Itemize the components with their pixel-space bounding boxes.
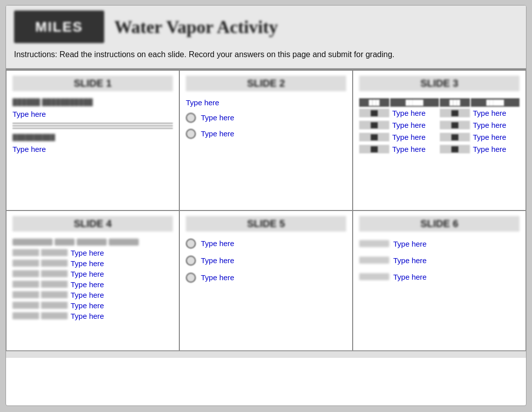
table-cell-l7: ██ xyxy=(359,145,389,153)
slide4-type-here-2[interactable]: Type here xyxy=(71,259,173,268)
slide4-row-labels-4 xyxy=(13,281,68,288)
slide1-divider xyxy=(13,123,173,124)
slide4-row-6[interactable]: Type here xyxy=(13,301,173,310)
slide4-row-2[interactable]: Type here xyxy=(13,259,173,268)
slide5-type-here-1[interactable]: Type here xyxy=(201,239,234,248)
slide4-row-7[interactable]: Type here xyxy=(13,312,173,320)
page-container: MILES Water Vapor Activity Instructions:… xyxy=(6,5,526,406)
cell-slide-2: SLIDE 2 Type here Type here Type here xyxy=(179,70,353,211)
header-section: MILES Water Vapor Activity Instructions:… xyxy=(6,6,526,69)
slide5-type-here-2[interactable]: Type here xyxy=(201,256,234,265)
slide1-divider2 xyxy=(13,125,173,126)
slide-1-header: SLIDE 1 xyxy=(13,76,173,91)
table-col-h1: ███ xyxy=(359,98,389,107)
slide3-input-4[interactable]: Type here xyxy=(471,120,519,131)
slide6-type-here-2[interactable]: Type here xyxy=(393,256,427,265)
slide3-row-4: ██ Type here ██ Type here xyxy=(359,144,519,155)
table-cell-l2: ██ xyxy=(440,109,470,117)
slide2-circle-1 xyxy=(186,113,196,123)
slide4-type-here-3[interactable]: Type here xyxy=(71,270,173,278)
slide4-table-blurred xyxy=(13,239,173,246)
page-title: Water Vapor Activity xyxy=(114,17,278,38)
slide1-section-label: ██████████ xyxy=(13,134,173,141)
footer-bar xyxy=(6,351,526,358)
slide1-answer-bottom[interactable]: Type here xyxy=(13,145,173,154)
slide3-row-3: ██ Type here ██ Type here xyxy=(359,132,519,143)
header-logo: MILES xyxy=(14,11,104,43)
logo-text: MILES xyxy=(35,19,83,35)
slide5-option-2[interactable]: Type here xyxy=(186,256,346,266)
slide4-row-5[interactable]: Type here xyxy=(13,291,173,299)
slide-6-header: SLIDE 6 xyxy=(359,216,519,232)
slide4-type-here-4[interactable]: Type here xyxy=(71,280,173,289)
slide5-option-3[interactable]: Type here xyxy=(186,273,346,283)
slide1-type-here-2[interactable]: Type here xyxy=(13,145,46,153)
cell-slide-5: SLIDE 5 Type here Type here Type here xyxy=(179,211,353,351)
slide4-row-labels-7 xyxy=(13,312,68,319)
slide6-blurred-1 xyxy=(359,240,389,247)
table-cell-l3: ██ xyxy=(359,121,389,129)
slide4-row-labels-3 xyxy=(13,270,68,277)
slide6-blurred-3 xyxy=(359,273,389,280)
slide2-option-2[interactable]: Type here xyxy=(186,129,346,139)
cell-slide-3: SLIDE 3 ███ █████ ███ █████ ██ Type here… xyxy=(353,70,526,211)
slide3-input-1[interactable]: Type here xyxy=(390,108,439,119)
activity-grid: SLIDE 1 ██████ ███████████ Type here ███… xyxy=(6,69,526,351)
slide3-row-2: ██ Type here ██ Type here xyxy=(359,120,519,131)
slide-5-header: SLIDE 5 xyxy=(186,216,346,232)
slide1-answer-top[interactable]: Type here xyxy=(13,110,173,119)
slide3-input-6[interactable]: Type here xyxy=(471,132,519,143)
table-cell-l5: ██ xyxy=(359,133,389,141)
slide6-item-3[interactable]: Type here xyxy=(359,273,519,281)
slide3-row-1: ██ Type here ██ Type here xyxy=(359,108,519,119)
slide4-type-here-5[interactable]: Type here xyxy=(71,291,173,299)
slide-4-header: SLIDE 4 xyxy=(13,216,173,232)
slide-2-header: SLIDE 2 xyxy=(186,76,346,91)
slide6-blurred-2 xyxy=(359,257,389,264)
slide2-type-here-2[interactable]: Type here xyxy=(201,129,234,138)
slide1-label1: ██████ ███████████ xyxy=(13,98,173,106)
table-col-h4: █████ xyxy=(471,98,519,107)
cell-slide-6: SLIDE 6 Type here Type here Type here xyxy=(353,211,526,351)
slide5-circle-2 xyxy=(186,256,196,266)
slide4-type-here-7[interactable]: Type here xyxy=(71,312,173,320)
slide4-row-3[interactable]: Type here xyxy=(13,270,173,278)
slide3-input-3[interactable]: Type here xyxy=(390,120,439,131)
slide4-row-labels-2 xyxy=(13,260,68,267)
slide3-input-8[interactable]: Type here xyxy=(471,144,519,155)
slide2-option-1[interactable]: Type here xyxy=(186,113,346,123)
slide5-circle-1 xyxy=(186,239,196,249)
table-cell-l8: ██ xyxy=(440,145,470,153)
slide5-type-here-3[interactable]: Type here xyxy=(201,273,234,282)
slide6-item-2[interactable]: Type here xyxy=(359,256,519,265)
slide4-row-1[interactable]: Type here xyxy=(13,249,173,257)
slide6-item-1[interactable]: Type here xyxy=(359,240,519,248)
slide4-row-labels-5 xyxy=(13,291,68,298)
header-banner: MILES Water Vapor Activity xyxy=(14,11,518,43)
slide1-divider3 xyxy=(13,128,173,129)
slide6-type-here-1[interactable]: Type here xyxy=(393,240,427,248)
slide4-row-labels-1 xyxy=(13,249,68,256)
slide4-row-4[interactable]: Type here xyxy=(13,280,173,289)
slide5-option-1[interactable]: Type here xyxy=(186,239,346,249)
slide4-type-here-6[interactable]: Type here xyxy=(71,301,173,310)
slide2-type-here-0[interactable]: Type here xyxy=(186,98,346,107)
slide2-circle-2 xyxy=(186,129,196,139)
slide5-circle-3 xyxy=(186,273,196,283)
slide-3-header: SLIDE 3 xyxy=(359,76,519,91)
slide3-input-7[interactable]: Type here xyxy=(390,144,439,155)
table-col-h2: █████ xyxy=(390,98,439,107)
cell-slide-1: SLIDE 1 ██████ ███████████ Type here ███… xyxy=(6,70,179,211)
table-cell-l4: ██ xyxy=(440,121,470,129)
slide3-table-header: ███ █████ ███ █████ xyxy=(359,98,519,107)
slide2-type-here-1[interactable]: Type here xyxy=(201,113,234,122)
table-cell-l1: ██ xyxy=(359,109,389,117)
slide4-row-labels-6 xyxy=(13,302,68,309)
slide4-type-here-1[interactable]: Type here xyxy=(71,249,173,257)
cell-slide-4: SLIDE 4 Type here Type here xyxy=(6,211,179,351)
slide3-input-2[interactable]: Type here xyxy=(471,108,519,119)
table-cell-l6: ██ xyxy=(440,133,470,141)
slide3-input-5[interactable]: Type here xyxy=(390,132,439,143)
slide6-type-here-3[interactable]: Type here xyxy=(393,273,427,281)
slide1-type-here-1[interactable]: Type here xyxy=(13,110,46,118)
